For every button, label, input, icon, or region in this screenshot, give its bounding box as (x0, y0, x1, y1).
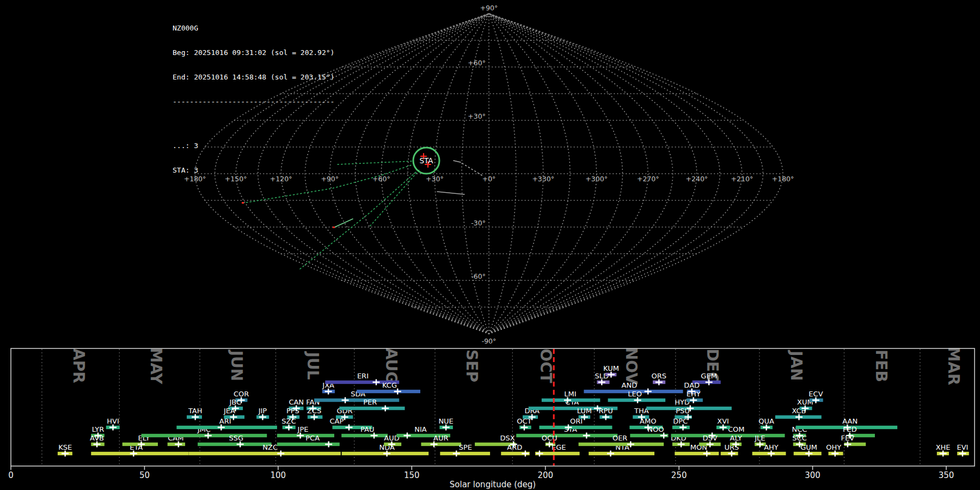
shower-peak-marker-DKD (678, 442, 685, 448)
lon-label: +180° (772, 175, 794, 183)
shower-label-AMO: AMO (640, 417, 656, 425)
shower-label-PAU: PAU (360, 425, 374, 433)
shower-peak-marker-PAU (371, 433, 378, 439)
shower-label-JIP: JIP (258, 407, 267, 415)
shower-peak-marker-DPC (679, 425, 687, 431)
lon-label: +0° (482, 175, 496, 183)
shower-peak-marker-NZC (277, 451, 284, 457)
shower-peak-marker-JIP (259, 414, 266, 420)
shower-bar-OER (579, 443, 664, 446)
lat-label: -60° (471, 272, 486, 280)
shower-peak-marker-HVI (109, 425, 117, 431)
shower-label-EHY: EHY (687, 390, 701, 398)
x-tick-label: 250 (671, 470, 687, 480)
lon-label: +60° (372, 175, 390, 183)
station-code: NZ000G (173, 24, 334, 32)
lat-label: -30° (471, 219, 486, 227)
shower-peak-marker-SLD (598, 379, 605, 385)
month-label-nov: NOV (622, 347, 640, 384)
x-tick-label: 200 (537, 470, 553, 480)
shower-peak-marker-ZCS (311, 414, 318, 420)
month-label-jan: JAN (787, 350, 805, 381)
meteor-trail (462, 163, 482, 175)
month-label-mar: MAR (945, 346, 963, 385)
sky-and-activity-plot: +180°+150°+120°+90°+60°+30°+0°+330°+300°… (0, 0, 980, 490)
x-tick-label: 0 (8, 470, 14, 480)
shower-bar-ETA (91, 452, 188, 455)
shower-label-ORS: ORS (652, 372, 667, 380)
shower-peak-marker-SSG (237, 442, 244, 448)
shower-peak-marker-ARD (522, 451, 529, 457)
shower-bar-SSG (198, 443, 271, 446)
lon-label: +330° (532, 175, 554, 183)
shower-peak-marker-JPE (297, 433, 304, 439)
shower-peak-marker-PER (382, 406, 389, 412)
shower-peak-marker-XHE (940, 451, 947, 457)
month-label-feb: FEB (872, 350, 890, 382)
month-label-jun: JUN (228, 350, 246, 382)
shower-peak-marker-FEV (844, 442, 851, 448)
shower-peak-marker-NIA (403, 433, 411, 439)
shower-label-OCU: OCU (542, 434, 558, 442)
lon-label: +300° (585, 175, 608, 183)
lon-label: +30° (426, 175, 444, 183)
shower-bar-PAU (341, 434, 388, 437)
shower-label-XHE: XHE (936, 443, 951, 451)
month-label-may: MAY (147, 347, 165, 384)
shower-label-ALY: ALY (730, 434, 742, 442)
shower-peak-marker-NTA (607, 451, 614, 457)
shower-peak-marker-EHY (690, 397, 697, 403)
shower-label-AAN: AAN (842, 417, 857, 425)
shower-label-SPE: SPE (459, 443, 472, 451)
shower-label-KSE: KSE (58, 443, 72, 451)
shower-label-NZC: NZC (262, 443, 278, 451)
shower-peak-marker-CAM (175, 442, 182, 448)
shower-peak-marker-NOO (660, 433, 667, 439)
shower-label-COM: COM (728, 425, 745, 433)
shower-label-PSU: PSU (676, 407, 690, 415)
radiant-label: STA (419, 156, 433, 165)
shower-peak-marker-AHY (768, 451, 775, 457)
shower-label-AHY: AHY (764, 443, 779, 451)
shower-peak-marker-LEO (634, 397, 641, 403)
shower-peak-marker-TAH (192, 414, 199, 420)
north-pole-label: +90° (480, 4, 498, 12)
shower-peak-marker-SPE (453, 451, 460, 457)
month-label-oct: OCT (537, 348, 555, 383)
shower-peak-marker-STA (583, 433, 590, 439)
shower-peak-marker-ETA (130, 451, 137, 457)
shower-label-JBC: JBC (229, 398, 242, 406)
south-pole-label: -90° (482, 337, 497, 345)
observation-header: NZ000G Beg: 20251016 09:31:02 (sol = 202… (173, 8, 334, 191)
meteor-trail (437, 192, 464, 194)
shower-peak-marker-PCA (325, 442, 332, 448)
shower-peak-marker-SZC (285, 425, 292, 431)
shower-label-PER: PER (363, 398, 377, 406)
shower-bar-ORI (539, 426, 612, 429)
x-tick-label: 100 (271, 470, 286, 480)
shower-peak-marker-KCG (394, 389, 401, 395)
x-axis-title: Solar longitude (deg) (450, 480, 536, 489)
shower-peak-marker-SDA (342, 397, 349, 403)
shower-bar-KCG (357, 390, 420, 393)
shower-peak-marker-OHY (831, 451, 838, 457)
shower-label-DPC: DPC (673, 417, 688, 425)
lat-label: +60° (468, 59, 486, 67)
shower-peak-marker-JMC (205, 433, 212, 439)
shower-label-AUR: AUR (433, 434, 448, 442)
shower-label-NOO: NOO (647, 425, 664, 433)
month-label-jul: JUL (304, 351, 322, 380)
shower-peak-marker-JXA (325, 389, 332, 395)
x-tick-label: 350 (939, 470, 954, 480)
header-separator: -------------------------------------- (173, 97, 334, 106)
shower-label-NUE: NUE (438, 417, 453, 425)
shower-peak-marker-AND (645, 389, 652, 395)
grid-meridian (489, 14, 648, 334)
meteor-trail (338, 161, 412, 164)
shower-peak-marker-NUE (443, 425, 450, 431)
shower-peak-marker-XVI (720, 425, 727, 431)
shower-peak-marker-KSE (62, 451, 69, 457)
shower-peak-marker-OCT (520, 425, 528, 431)
shower-label-AND: AND (622, 381, 638, 389)
lat-label: +30° (468, 112, 486, 120)
